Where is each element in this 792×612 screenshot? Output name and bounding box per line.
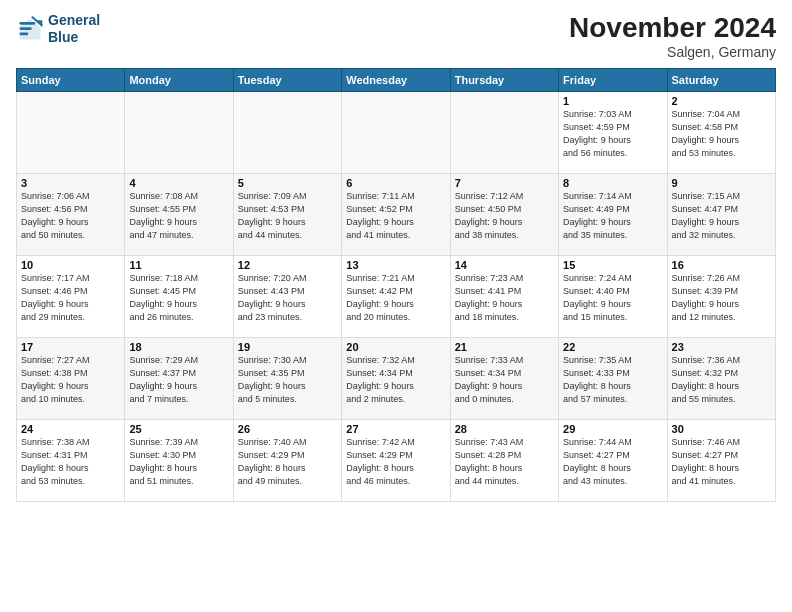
day-number: 10 [21, 259, 120, 271]
day-info: Sunrise: 7:04 AM Sunset: 4:58 PM Dayligh… [672, 108, 771, 160]
logo: General Blue [16, 12, 100, 46]
day-number: 7 [455, 177, 554, 189]
day-info: Sunrise: 7:17 AM Sunset: 4:46 PM Dayligh… [21, 272, 120, 324]
calendar-cell [450, 92, 558, 174]
day-info: Sunrise: 7:39 AM Sunset: 4:30 PM Dayligh… [129, 436, 228, 488]
day-info: Sunrise: 7:44 AM Sunset: 4:27 PM Dayligh… [563, 436, 662, 488]
calendar-cell: 12Sunrise: 7:20 AM Sunset: 4:43 PM Dayli… [233, 256, 341, 338]
calendar-cell: 22Sunrise: 7:35 AM Sunset: 4:33 PM Dayli… [559, 338, 667, 420]
svg-rect-4 [20, 22, 36, 25]
calendar-cell: 3Sunrise: 7:06 AM Sunset: 4:56 PM Daylig… [17, 174, 125, 256]
calendar-header-saturday: Saturday [667, 69, 775, 92]
day-info: Sunrise: 7:11 AM Sunset: 4:52 PM Dayligh… [346, 190, 445, 242]
calendar-header-friday: Friday [559, 69, 667, 92]
day-number: 29 [563, 423, 662, 435]
calendar-cell: 27Sunrise: 7:42 AM Sunset: 4:29 PM Dayli… [342, 420, 450, 502]
day-info: Sunrise: 7:08 AM Sunset: 4:55 PM Dayligh… [129, 190, 228, 242]
day-info: Sunrise: 7:40 AM Sunset: 4:29 PM Dayligh… [238, 436, 337, 488]
calendar-cell: 24Sunrise: 7:38 AM Sunset: 4:31 PM Dayli… [17, 420, 125, 502]
location: Salgen, Germany [569, 44, 776, 60]
header: General Blue November 2024 Salgen, Germa… [16, 12, 776, 60]
day-number: 22 [563, 341, 662, 353]
day-info: Sunrise: 7:24 AM Sunset: 4:40 PM Dayligh… [563, 272, 662, 324]
calendar-cell: 16Sunrise: 7:26 AM Sunset: 4:39 PM Dayli… [667, 256, 775, 338]
day-number: 5 [238, 177, 337, 189]
day-info: Sunrise: 7:14 AM Sunset: 4:49 PM Dayligh… [563, 190, 662, 242]
svg-rect-6 [20, 32, 29, 35]
day-number: 15 [563, 259, 662, 271]
day-info: Sunrise: 7:09 AM Sunset: 4:53 PM Dayligh… [238, 190, 337, 242]
calendar-cell: 28Sunrise: 7:43 AM Sunset: 4:28 PM Dayli… [450, 420, 558, 502]
calendar-cell: 21Sunrise: 7:33 AM Sunset: 4:34 PM Dayli… [450, 338, 558, 420]
day-number: 27 [346, 423, 445, 435]
day-info: Sunrise: 7:32 AM Sunset: 4:34 PM Dayligh… [346, 354, 445, 406]
calendar-cell: 7Sunrise: 7:12 AM Sunset: 4:50 PM Daylig… [450, 174, 558, 256]
day-number: 11 [129, 259, 228, 271]
day-info: Sunrise: 7:27 AM Sunset: 4:38 PM Dayligh… [21, 354, 120, 406]
calendar-header-tuesday: Tuesday [233, 69, 341, 92]
day-info: Sunrise: 7:30 AM Sunset: 4:35 PM Dayligh… [238, 354, 337, 406]
day-number: 18 [129, 341, 228, 353]
calendar-cell: 11Sunrise: 7:18 AM Sunset: 4:45 PM Dayli… [125, 256, 233, 338]
day-number: 13 [346, 259, 445, 271]
logo-line2: Blue [48, 29, 100, 46]
calendar-week-5: 24Sunrise: 7:38 AM Sunset: 4:31 PM Dayli… [17, 420, 776, 502]
calendar-cell: 17Sunrise: 7:27 AM Sunset: 4:38 PM Dayli… [17, 338, 125, 420]
calendar-header-thursday: Thursday [450, 69, 558, 92]
title-block: November 2024 Salgen, Germany [569, 12, 776, 60]
month-title: November 2024 [569, 12, 776, 44]
calendar-header-monday: Monday [125, 69, 233, 92]
day-number: 6 [346, 177, 445, 189]
day-info: Sunrise: 7:03 AM Sunset: 4:59 PM Dayligh… [563, 108, 662, 160]
day-number: 2 [672, 95, 771, 107]
day-info: Sunrise: 7:21 AM Sunset: 4:42 PM Dayligh… [346, 272, 445, 324]
calendar-cell: 9Sunrise: 7:15 AM Sunset: 4:47 PM Daylig… [667, 174, 775, 256]
calendar-cell: 18Sunrise: 7:29 AM Sunset: 4:37 PM Dayli… [125, 338, 233, 420]
calendar-week-4: 17Sunrise: 7:27 AM Sunset: 4:38 PM Dayli… [17, 338, 776, 420]
day-info: Sunrise: 7:12 AM Sunset: 4:50 PM Dayligh… [455, 190, 554, 242]
day-number: 20 [346, 341, 445, 353]
day-info: Sunrise: 7:15 AM Sunset: 4:47 PM Dayligh… [672, 190, 771, 242]
day-number: 26 [238, 423, 337, 435]
day-number: 16 [672, 259, 771, 271]
calendar-header-sunday: Sunday [17, 69, 125, 92]
calendar-cell: 19Sunrise: 7:30 AM Sunset: 4:35 PM Dayli… [233, 338, 341, 420]
calendar-week-3: 10Sunrise: 7:17 AM Sunset: 4:46 PM Dayli… [17, 256, 776, 338]
calendar-cell: 25Sunrise: 7:39 AM Sunset: 4:30 PM Dayli… [125, 420, 233, 502]
day-number: 17 [21, 341, 120, 353]
calendar-header-row: SundayMondayTuesdayWednesdayThursdayFrid… [17, 69, 776, 92]
calendar-cell [233, 92, 341, 174]
day-info: Sunrise: 7:20 AM Sunset: 4:43 PM Dayligh… [238, 272, 337, 324]
day-info: Sunrise: 7:06 AM Sunset: 4:56 PM Dayligh… [21, 190, 120, 242]
day-number: 9 [672, 177, 771, 189]
calendar-cell [125, 92, 233, 174]
calendar-week-2: 3Sunrise: 7:06 AM Sunset: 4:56 PM Daylig… [17, 174, 776, 256]
day-number: 25 [129, 423, 228, 435]
day-number: 24 [21, 423, 120, 435]
calendar-cell [342, 92, 450, 174]
calendar-cell: 15Sunrise: 7:24 AM Sunset: 4:40 PM Dayli… [559, 256, 667, 338]
day-number: 14 [455, 259, 554, 271]
logo-icon [16, 15, 44, 43]
day-info: Sunrise: 7:38 AM Sunset: 4:31 PM Dayligh… [21, 436, 120, 488]
day-info: Sunrise: 7:36 AM Sunset: 4:32 PM Dayligh… [672, 354, 771, 406]
calendar-cell: 14Sunrise: 7:23 AM Sunset: 4:41 PM Dayli… [450, 256, 558, 338]
page: General Blue November 2024 Salgen, Germa… [0, 0, 792, 612]
calendar-cell: 2Sunrise: 7:04 AM Sunset: 4:58 PM Daylig… [667, 92, 775, 174]
calendar-cell [17, 92, 125, 174]
calendar-cell: 6Sunrise: 7:11 AM Sunset: 4:52 PM Daylig… [342, 174, 450, 256]
calendar-cell: 26Sunrise: 7:40 AM Sunset: 4:29 PM Dayli… [233, 420, 341, 502]
calendar-cell: 4Sunrise: 7:08 AM Sunset: 4:55 PM Daylig… [125, 174, 233, 256]
calendar-cell: 20Sunrise: 7:32 AM Sunset: 4:34 PM Dayli… [342, 338, 450, 420]
day-info: Sunrise: 7:29 AM Sunset: 4:37 PM Dayligh… [129, 354, 228, 406]
day-info: Sunrise: 7:35 AM Sunset: 4:33 PM Dayligh… [563, 354, 662, 406]
calendar-week-1: 1Sunrise: 7:03 AM Sunset: 4:59 PM Daylig… [17, 92, 776, 174]
logo-line1: General [48, 12, 100, 29]
svg-rect-5 [20, 27, 32, 30]
calendar-cell: 8Sunrise: 7:14 AM Sunset: 4:49 PM Daylig… [559, 174, 667, 256]
day-info: Sunrise: 7:33 AM Sunset: 4:34 PM Dayligh… [455, 354, 554, 406]
day-number: 28 [455, 423, 554, 435]
calendar-header-wednesday: Wednesday [342, 69, 450, 92]
calendar-cell: 29Sunrise: 7:44 AM Sunset: 4:27 PM Dayli… [559, 420, 667, 502]
calendar-cell: 13Sunrise: 7:21 AM Sunset: 4:42 PM Dayli… [342, 256, 450, 338]
